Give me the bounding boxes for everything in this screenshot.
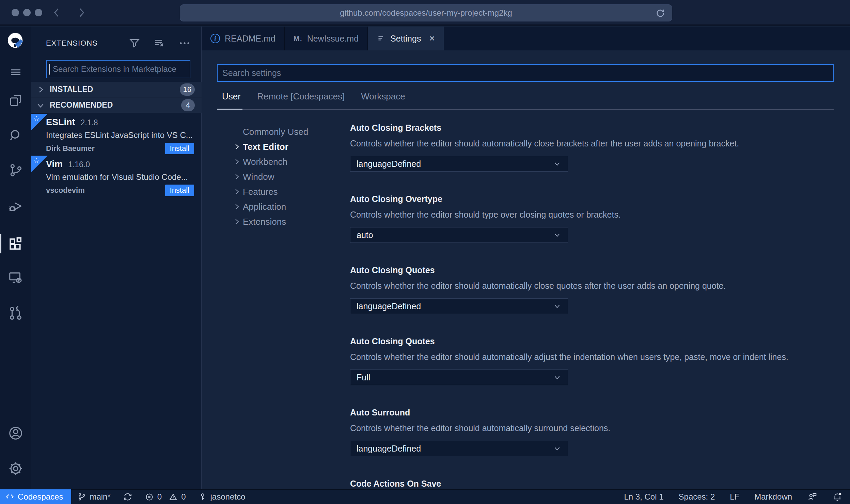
toc-item-window[interactable]: Window <box>217 169 343 184</box>
tab-readme[interactable]: i README.md <box>202 27 285 50</box>
markdown-icon: M↓ <box>294 34 302 43</box>
dropdown-value: auto <box>357 230 373 240</box>
browser-back-icon[interactable] <box>52 6 62 19</box>
toc-label: Text Editor <box>243 142 288 152</box>
extension-card-vim[interactable]: ☆ Vim 1.16.0 Vim emulation for Visual St… <box>31 156 202 196</box>
extension-name: ESLint <box>46 117 75 128</box>
clear-extensions-icon[interactable] <box>153 37 166 50</box>
tab-newissue[interactable]: M↓ NewIssue.md <box>285 27 368 50</box>
browser-forward-icon[interactable] <box>76 6 86 19</box>
branch-indicator[interactable]: main* <box>71 489 116 504</box>
eol-indicator[interactable]: LF <box>722 489 747 504</box>
source-control-icon[interactable] <box>0 161 31 180</box>
install-button[interactable]: Install <box>165 185 194 196</box>
cursor-position[interactable]: Ln 3, Col 1 <box>616 489 671 504</box>
install-button[interactable]: Install <box>165 143 194 154</box>
sidebar-title: EXTENSIONS <box>46 39 98 48</box>
signed-in-user[interactable]: jasonetco <box>192 489 252 504</box>
branch-label: main* <box>90 492 110 502</box>
setting-description: Controls whether the editor should type … <box>350 209 837 220</box>
remote-explorer-icon[interactable] <box>0 268 31 287</box>
sidebar-section-installed[interactable]: INSTALLED 16 <box>31 82 202 97</box>
remote-indicator-codespaces[interactable]: Codespaces <box>0 489 71 504</box>
window-control-dot[interactable] <box>12 9 19 16</box>
git-branch-icon <box>77 492 86 501</box>
bell-icon <box>832 492 843 502</box>
feedback-icon <box>807 492 817 502</box>
setting-dropdown[interactable]: languageDefined <box>350 441 568 456</box>
explorer-icon[interactable] <box>0 91 31 110</box>
window-control-dot[interactable] <box>35 9 42 16</box>
run-and-debug-icon[interactable] <box>0 196 31 215</box>
setting-dropdown[interactable]: languageDefined <box>350 156 568 172</box>
notifications-button[interactable] <box>825 489 850 504</box>
dropdown-value: Full <box>357 373 370 382</box>
settings-search-input[interactable] <box>218 68 833 78</box>
account-icon[interactable] <box>0 424 31 443</box>
chevron-down-icon <box>553 302 562 311</box>
github-codespaces-logo-icon[interactable] <box>0 31 31 50</box>
scope-tab-user[interactable]: User <box>222 91 241 102</box>
setting-dropdown[interactable]: auto <box>350 227 568 243</box>
chevron-right-icon <box>233 158 243 166</box>
remote-icon <box>5 492 14 501</box>
problems-indicator[interactable]: 0 0 <box>139 489 192 504</box>
info-icon: i <box>210 34 220 43</box>
dropdown-value: languageDefined <box>357 444 421 454</box>
setting-description: Controls whether the editor should autom… <box>350 138 837 148</box>
extensions-search-box[interactable] <box>46 60 190 78</box>
scope-tab-remote[interactable]: Remote [Codespaces] <box>257 91 345 102</box>
chevron-down-icon <box>553 231 562 239</box>
tab-label: NewIssue.md <box>307 34 359 44</box>
search-icon[interactable] <box>0 126 31 145</box>
section-label: INSTALLED <box>50 85 93 94</box>
reload-icon[interactable] <box>655 8 666 19</box>
setting-dropdown[interactable]: languageDefined <box>350 298 568 314</box>
extension-version: 1.16.0 <box>68 160 90 169</box>
setting-auto-closing-overtype: Auto Closing Overtype Controls whether t… <box>350 191 837 262</box>
settings-search-box[interactable] <box>217 64 834 82</box>
setting-dropdown[interactable]: Full <box>350 369 568 385</box>
settings-toc: Commonly Used Text Editor Workbench Wind… <box>217 124 343 229</box>
toc-item-workbench[interactable]: Workbench <box>217 154 343 169</box>
window-control-dot[interactable] <box>23 9 31 16</box>
toc-item-extensions[interactable]: Extensions <box>217 214 343 229</box>
chevron-down-icon <box>553 373 562 382</box>
sync-icon <box>123 492 132 502</box>
more-actions-icon[interactable] <box>178 37 191 50</box>
errors-icon <box>145 492 154 502</box>
sidebar-section-recommended[interactable]: RECOMMENDED 4 <box>31 97 202 113</box>
extensions-icon[interactable] <box>0 234 31 253</box>
star-icon: ☆ <box>33 114 40 123</box>
settings-list-icon <box>377 34 385 43</box>
language-mode[interactable]: Markdown <box>747 489 800 504</box>
toc-item-features[interactable]: Features <box>217 184 343 199</box>
setting-title: Auto Closing Quotes <box>350 265 837 275</box>
setting-title: Code Actions On Save <box>350 478 837 489</box>
address-bar[interactable]: github.com/codespaces/user-my-project-mg… <box>180 4 672 21</box>
close-icon[interactable]: × <box>429 33 435 44</box>
indentation-indicator[interactable]: Spaces: 2 <box>671 489 723 504</box>
warnings-icon <box>169 492 178 502</box>
settings-scope-tabs: User Remote [Codespaces] Workspace <box>222 91 405 102</box>
toc-label: Workbench <box>243 157 287 167</box>
pull-requests-icon[interactable] <box>0 304 31 323</box>
settings-gear-icon[interactable] <box>0 459 31 478</box>
setting-auto-closing-brackets: Auto Closing Brackets Controls whether t… <box>350 120 837 191</box>
toc-item-application[interactable]: Application <box>217 199 343 214</box>
menu-icon[interactable] <box>0 63 31 82</box>
tab-settings[interactable]: Settings × <box>368 27 444 50</box>
language-label: Markdown <box>754 492 792 502</box>
feedback-button[interactable] <box>800 489 825 504</box>
toc-item-commonly-used[interactable]: Commonly Used <box>217 124 343 139</box>
extension-card-eslint[interactable]: ☆ ESLint 2.1.8 Integrates ESLint JavaScr… <box>31 114 202 155</box>
filter-icon[interactable] <box>128 37 141 50</box>
tab-label: Settings <box>390 34 421 44</box>
extensions-search-input[interactable] <box>50 64 190 74</box>
toc-item-text-editor[interactable]: Text Editor <box>217 139 343 154</box>
editor-tab-bar: i README.md M↓ NewIssue.md Settings × <box>202 27 850 50</box>
sync-button[interactable] <box>117 489 139 504</box>
key-icon <box>198 492 207 501</box>
scope-tab-workspace[interactable]: Workspace <box>361 91 405 102</box>
setting-title: Auto Surround <box>350 407 837 418</box>
